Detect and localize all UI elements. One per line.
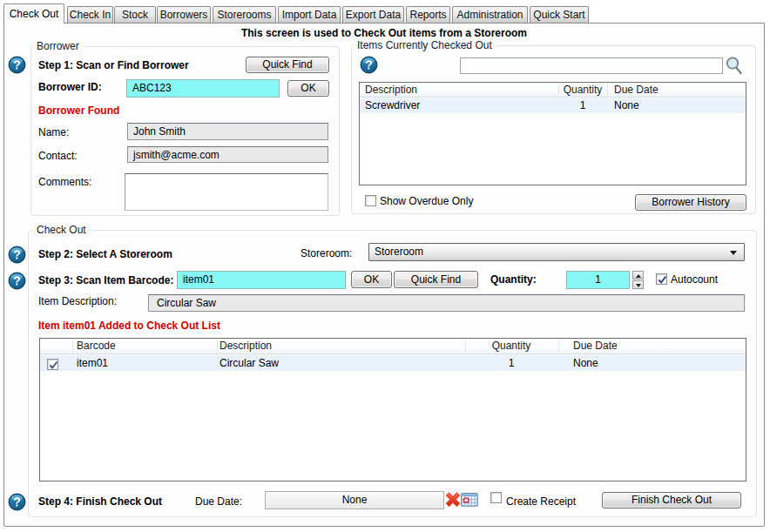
help-icon-step4[interactable] <box>8 493 26 511</box>
autocount-checkbox[interactable] <box>656 273 667 285</box>
tab-label: Check In <box>70 9 111 21</box>
quick-find-borrower-button[interactable]: Quick Find <box>246 57 329 73</box>
due-date-input[interactable]: None <box>265 491 444 509</box>
items-col-quantity[interactable]: Quantity <box>558 83 607 97</box>
column-separator <box>558 340 559 352</box>
checkout-table-row[interactable]: item01 Circular Saw 1 None <box>40 355 746 371</box>
checkmark-icon <box>657 274 668 286</box>
name-label: Name: <box>38 126 69 138</box>
step1-label: Step 1: Scan or Find Borrower <box>38 59 189 71</box>
column-separator <box>72 340 73 352</box>
cell-quantity: 1 <box>558 98 607 113</box>
checkout-col-due-date[interactable]: Due Date <box>573 339 618 354</box>
due-date-label: Due Date: <box>195 495 242 508</box>
combo-arrow-icon <box>730 251 737 255</box>
tab-quick-start[interactable]: Quick Start <box>530 6 589 23</box>
storeroom-select[interactable]: Storeroom <box>368 243 745 261</box>
help-icon-step2[interactable] <box>8 246 26 264</box>
tab-label: Storerooms <box>217 9 271 21</box>
checkout-table-header: Barcode Description Quantity Due Date <box>40 339 746 354</box>
cell-description: Screwdriver <box>365 98 420 113</box>
search-icon[interactable] <box>725 56 743 76</box>
checkout-col-barcode[interactable]: Barcode <box>77 339 116 354</box>
tab-reports[interactable]: Reports <box>406 6 450 23</box>
storeroom-label: Storeroom: <box>301 247 352 259</box>
column-separator <box>465 340 466 352</box>
column-separator <box>607 84 608 95</box>
items-col-due-date[interactable]: Due Date <box>614 83 659 97</box>
tab-label: Reports <box>409 9 446 21</box>
cell-description: Circular Saw <box>220 355 279 371</box>
application-window: Check Out Check In Stock Borrowers Store… <box>0 0 770 532</box>
items-groupbox-legend: Items Currently Checked Out <box>354 40 496 51</box>
step2-label: Step 2: Select A Storeroom <box>38 248 172 260</box>
barcode-input[interactable]: item01 <box>177 271 346 289</box>
checkout-col-description[interactable]: Description <box>220 339 272 354</box>
borrower-history-button[interactable]: Borrower History <box>635 194 746 211</box>
checkout-table: Barcode Description Quantity Due Date it… <box>39 338 746 481</box>
tab-export-data[interactable]: Export Data <box>342 6 404 23</box>
help-icon-step3[interactable] <box>8 272 26 290</box>
tab-borrowers[interactable]: Borrowers <box>157 6 211 23</box>
create-receipt-checkbox[interactable] <box>490 492 502 503</box>
items-col-description[interactable]: Description <box>365 83 417 97</box>
quantity-spin-up[interactable] <box>632 271 644 279</box>
cell-due-date: None <box>614 98 639 113</box>
tab-storerooms[interactable]: Storerooms <box>213 6 276 23</box>
tab-label: Stock <box>122 9 148 21</box>
help-icon-step1[interactable] <box>8 56 26 74</box>
item-description-input: Circular Saw <box>148 294 745 312</box>
items-table-row[interactable]: Screwdriver 1 None <box>360 98 746 113</box>
comments-input[interactable] <box>125 173 328 211</box>
cell-barcode: item01 <box>77 355 108 371</box>
autocount-label[interactable]: Autocount <box>671 273 718 286</box>
calendar-icon[interactable] <box>461 493 478 507</box>
tab-label: Borrowers <box>160 9 208 21</box>
tab-import-data[interactable]: Import Data <box>278 6 341 23</box>
cell-quantity: 1 <box>465 355 557 371</box>
borrower-id-label: Borrower ID: <box>38 81 102 93</box>
checkmark-icon <box>48 360 59 371</box>
tab-label: Quick Start <box>533 9 584 21</box>
contact-label: Contact: <box>38 150 78 162</box>
borrower-status-message: Borrower Found <box>38 104 119 117</box>
items-search-input[interactable] <box>460 57 723 74</box>
tab-stock[interactable]: Stock <box>114 6 156 23</box>
spin-up-icon <box>636 274 641 278</box>
quantity-spin-down[interactable] <box>632 280 644 289</box>
storeroom-selected-value: Storeroom <box>375 246 423 258</box>
create-receipt-label[interactable]: Create Receipt <box>506 495 576 508</box>
items-table: Description Quantity Due Date Screwdrive… <box>359 82 746 185</box>
barcode-ok-button[interactable]: OK <box>351 271 392 288</box>
quick-find-item-button[interactable]: Quick Find <box>394 271 478 288</box>
tab-label: Import Data <box>282 9 337 21</box>
step3-label: Step 3: Scan Item Barcode: <box>38 274 173 286</box>
show-overdue-label[interactable]: Show Overdue Only <box>380 195 473 207</box>
item-added-message: Item item01 Added to Check Out List <box>38 320 220 332</box>
tab-administration[interactable]: Administration <box>452 6 528 23</box>
borrower-id-ok-button[interactable]: OK <box>287 80 329 97</box>
name-input: John Smith <box>127 123 328 140</box>
quantity-label: Quantity: <box>490 273 537 286</box>
borrower-id-input[interactable]: ABC123 <box>126 79 280 98</box>
borrower-groupbox-legend: Borrower <box>33 41 83 52</box>
finish-check-out-button[interactable]: Finish Check Out <box>602 492 741 508</box>
column-separator <box>217 340 218 352</box>
show-overdue-checkbox[interactable] <box>365 195 376 206</box>
contact-input: jsmith@acme.com <box>127 146 328 163</box>
tab-label: Check Out <box>10 8 59 20</box>
tab-check-out[interactable]: Check Out <box>3 3 64 24</box>
checkout-groupbox-legend: Check Out <box>33 225 90 236</box>
row-checkbox[interactable] <box>47 359 58 370</box>
comments-label: Comments: <box>38 176 91 188</box>
tab-check-in[interactable]: Check In <box>67 6 113 23</box>
item-description-label: Item Description: <box>38 295 117 307</box>
checkout-col-quantity[interactable]: Quantity <box>465 339 557 354</box>
tab-label: Export Data <box>346 9 401 21</box>
cell-due-date: None <box>573 355 598 371</box>
items-table-header: Description Quantity Due Date <box>360 83 746 98</box>
step4-label: Step 4: Finish Check Out <box>38 495 162 508</box>
clear-date-icon[interactable] <box>444 490 462 510</box>
column-separator <box>558 84 559 95</box>
quantity-input[interactable]: 1 <box>566 271 630 289</box>
